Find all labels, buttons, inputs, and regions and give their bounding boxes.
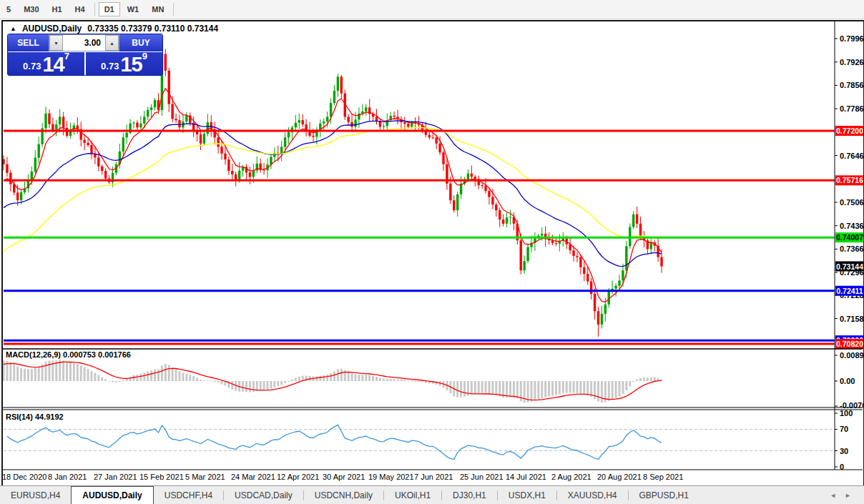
collapse-trade-panel-icon[interactable]: ▲ — [10, 25, 16, 32]
svg-text:0.77860: 0.77860 — [840, 104, 864, 113]
svg-text:14 Jul 2021: 14 Jul 2021 — [506, 473, 546, 481]
chart-tab-audusd[interactable]: AUDUSD,Daily — [71, 486, 153, 504]
buy-button[interactable]: BUY — [119, 34, 162, 51]
svg-text:0.70820: 0.70820 — [836, 340, 863, 348]
svg-text:7 Jun 2021: 7 Jun 2021 — [414, 473, 453, 481]
svg-text:0.75060: 0.75060 — [840, 198, 864, 207]
svg-text:0.79960: 0.79960 — [840, 34, 864, 43]
svg-text:15 Feb 2021: 15 Feb 2021 — [139, 473, 184, 481]
svg-text:0.00: 0.00 — [840, 377, 855, 385]
sell-price-big: 14 — [42, 55, 64, 74]
volume-stepper: ▾ 3.00 ▴ — [49, 34, 119, 51]
timeframe-button-5[interactable]: 5 — [1, 2, 16, 16]
timeframe-button-h4[interactable]: H4 — [69, 2, 91, 16]
svg-text:0.73144: 0.73144 — [836, 262, 863, 271]
svg-text:25 Jun 2021: 25 Jun 2021 — [460, 473, 504, 481]
svg-text:0.79260: 0.79260 — [840, 58, 864, 66]
buy-price-small: 0.73 — [101, 59, 119, 74]
svg-text:0.74360: 0.74360 — [840, 222, 864, 230]
timeframe-button-mn[interactable]: MN — [146, 2, 170, 16]
tab-scroll-arrows: ◄ ► — [830, 486, 851, 504]
volume-increase-button[interactable]: ▴ — [105, 35, 119, 51]
svg-text:20 Aug 2021: 20 Aug 2021 — [597, 473, 642, 481]
sell-price-sup: 7 — [64, 46, 69, 67]
svg-text:12 Apr 2021: 12 Apr 2021 — [277, 473, 319, 481]
timeframe-button-h1[interactable]: H1 — [46, 2, 68, 16]
svg-text:MACD(12,26,9) 0.000753 0.00176: MACD(12,26,9) 0.000753 0.001766 — [6, 350, 131, 359]
chart-tab-eurusd[interactable]: EURUSD,H4 — [0, 486, 71, 504]
ma-fast-line — [4, 89, 662, 302]
svg-text:24 Mar 2021: 24 Mar 2021 — [231, 473, 275, 481]
svg-text:0.76460: 0.76460 — [840, 152, 864, 160]
buy-price-big: 15 — [120, 55, 142, 74]
svg-text:19 May 2021: 19 May 2021 — [368, 473, 414, 481]
sell-button[interactable]: SELL — [8, 34, 49, 51]
volume-decrease-button[interactable]: ▾ — [49, 35, 63, 51]
chart-tab-bar: EURUSD,H4AUDUSD,DailyUSDCHF,H4USDCAD,Dai… — [0, 485, 864, 504]
timeframe-toolbar: 5M30H1H4D1W1MN — [0, 0, 864, 19]
svg-text:0.78560: 0.78560 — [840, 81, 864, 89]
chart-header: ▲ AUDUSD,Daily 0.73335 0.73379 0.73110 0… — [10, 24, 218, 34]
chart-tab-usdcnh[interactable]: USDCNH,Daily — [304, 486, 383, 504]
svg-text:27 Jan 2021: 27 Jan 2021 — [94, 473, 137, 481]
svg-text:2 Aug 2021: 2 Aug 2021 — [551, 473, 591, 481]
svg-text:100: 100 — [840, 409, 853, 417]
tab-scroll-right-icon[interactable]: ► — [845, 492, 851, 499]
svg-text:0.008904: 0.008904 — [840, 351, 864, 360]
sell-price[interactable]: 0.73 14 7 — [8, 52, 86, 75]
svg-text:70: 70 — [840, 425, 848, 433]
svg-text:5 Mar 2021: 5 Mar 2021 — [185, 473, 225, 481]
svg-text:0.73660: 0.73660 — [840, 244, 864, 253]
rsi-pane: RSI(14) 44.919210070300 — [4, 409, 853, 471]
chart-tab-ukoil[interactable]: UKOil,H1 — [384, 486, 441, 504]
svg-text:0.77200: 0.77200 — [836, 127, 863, 135]
svg-text:30 Apr 2021: 30 Apr 2021 — [323, 473, 365, 481]
chart-tab-usdx[interactable]: USDX,H1 — [498, 486, 556, 504]
trade-panel-top-row: SELL ▾ 3.00 ▴ BUY — [8, 34, 162, 52]
chart-tab-xauusd[interactable]: XAUUSD,H4 — [557, 486, 628, 504]
chart-tab-usdchf[interactable]: USDCHF,H4 — [154, 486, 223, 504]
buy-price-sup: 9 — [142, 46, 147, 67]
svg-text:0.75716: 0.75716 — [836, 176, 863, 184]
sell-price-small: 0.73 — [23, 59, 41, 74]
macd-pane: MACD(12,26,9) 0.000753 0.0017660.0089040… — [3, 350, 864, 410]
svg-text:8 Jan 2021: 8 Jan 2021 — [48, 473, 87, 481]
buy-price[interactable]: 0.73 15 9 — [86, 52, 162, 75]
chart-tab-dj30[interactable]: DJ30,H1 — [442, 486, 497, 504]
toolbar-separator — [173, 3, 174, 16]
svg-text:18 Dec 2020: 18 Dec 2020 — [2, 473, 46, 481]
timeframe-button-w1[interactable]: W1 — [122, 2, 145, 16]
svg-text:RSI(14) 44.9192: RSI(14) 44.9192 — [6, 412, 64, 421]
chart-tab-gbpusd[interactable]: GBPUSD,H1 — [629, 486, 699, 504]
svg-text:0.72411: 0.72411 — [836, 287, 863, 295]
tab-scroll-left-icon[interactable]: ◄ — [830, 492, 836, 499]
svg-text:0.74007: 0.74007 — [836, 233, 863, 242]
candles — [2, 39, 662, 337]
chart-ohlc-values: 0.73335 0.73379 0.73110 0.73144 — [87, 24, 218, 34]
timeframe-button-d1[interactable]: D1 — [99, 2, 120, 16]
svg-text:30: 30 — [840, 447, 848, 455]
chart-tab-usdcad[interactable]: USDCAD,Daily — [224, 486, 303, 504]
chart-symbol-label: AUDUSD,Daily — [22, 24, 82, 34]
date-axis: 18 Dec 20208 Jan 202127 Jan 202115 Feb 2… — [2, 473, 683, 481]
horizontal-level-lines — [4, 131, 835, 344]
svg-text:0.71580: 0.71580 — [840, 315, 864, 323]
trade-panel-prices: 0.73 14 7 0.73 15 9 — [8, 52, 162, 75]
timeframe-button-m30[interactable]: M30 — [18, 2, 44, 16]
one-click-trading-panel: SELL ▾ 3.00 ▴ BUY 0.73 14 7 0.73 15 9 — [7, 34, 163, 76]
pane-separators — [1, 349, 863, 470]
svg-text:8 Sep 2021: 8 Sep 2021 — [643, 473, 683, 481]
toolbar-separator — [94, 3, 95, 16]
